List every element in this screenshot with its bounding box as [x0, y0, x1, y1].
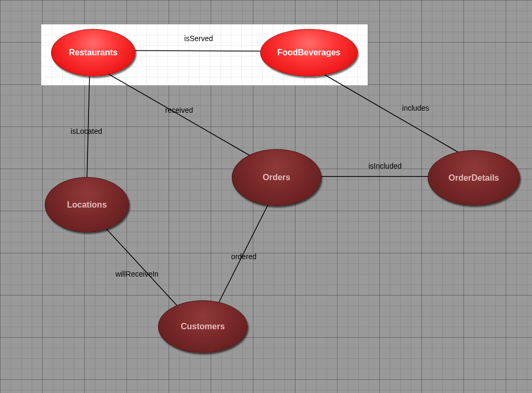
node-order-details[interactable]: OrderDetails: [428, 150, 520, 205]
node-label: Locations: [67, 200, 107, 210]
edge-label-received: received: [165, 106, 193, 114]
node-customers[interactable]: Customers: [158, 300, 248, 353]
node-label: Restaurants: [69, 48, 117, 57]
node-label: FoodBeverages: [277, 48, 340, 57]
node-locations[interactable]: Locations: [45, 177, 129, 232]
edge-label-willReceiveIn: willReceiveIn: [115, 270, 159, 278]
node-restaurants[interactable]: Restaurants: [51, 29, 135, 76]
edge-label-isLocated: isLocated: [71, 127, 102, 135]
diagram-canvas[interactable]: isServed received includes isLocated isI…: [0, 0, 532, 393]
node-label: OrderDetails: [448, 173, 499, 183]
node-orders[interactable]: Orders: [232, 149, 321, 206]
edge-label-includes: includes: [402, 104, 429, 112]
edge-label-isIncluded: isIncluded: [368, 162, 401, 170]
edge-label-ordered: ordered: [231, 252, 257, 261]
node-label: Orders: [263, 173, 290, 182]
edge-label-isServed: isServed: [184, 34, 213, 43]
node-food-beverages[interactable]: FoodBeverages: [260, 29, 358, 76]
node-label: Customers: [181, 322, 225, 331]
